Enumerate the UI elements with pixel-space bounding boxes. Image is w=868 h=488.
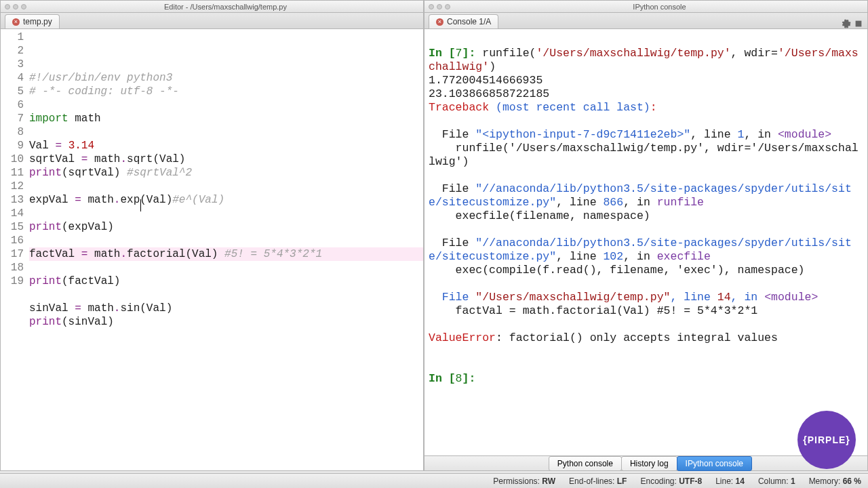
console-line: 1.772004514666935	[429, 74, 863, 87]
line-number: 15	[1, 220, 24, 234]
stop-icon[interactable]	[854, 19, 863, 28]
bottom-tab[interactable]: Python console	[549, 456, 622, 471]
window-min-icon[interactable]	[437, 4, 442, 9]
code-line[interactable]	[29, 234, 423, 247]
editor-body[interactable]: 12345678910111213141516171819 #!/usr/bin…	[1, 29, 423, 470]
line-number: 18	[1, 261, 24, 274]
console-line: 23.103866858722185	[429, 87, 863, 101]
status-line: Line: 14	[715, 476, 745, 486]
console-pane: IPython console × Console 1/A 0.14112000…	[424, 0, 868, 471]
console-bottom-tabs: Python consoleHistory logIPython console	[425, 455, 867, 470]
window-min-icon[interactable]	[13, 4, 18, 9]
code-line[interactable]	[29, 207, 423, 220]
console-tab-label: Console 1/A	[447, 17, 491, 26]
line-number: 3	[1, 58, 24, 71]
line-number: 16	[1, 234, 24, 247]
status-eol: End-of-lines: LF	[569, 476, 627, 486]
line-number: 14	[1, 207, 24, 220]
line-number: 13	[1, 193, 24, 207]
console-line: ValueError: factorial() only accepts int…	[429, 331, 863, 345]
console-line: In [7]: runfile('/Users/maxschallwig/tem…	[429, 47, 863, 74]
line-number: 9	[1, 139, 24, 152]
code-line[interactable]	[29, 261, 423, 274]
console-line	[429, 277, 863, 291]
console-line	[429, 318, 863, 331]
code-line[interactable]: print(factVal)	[29, 274, 423, 288]
line-gutter: 12345678910111213141516171819	[1, 29, 29, 470]
console-line	[429, 223, 863, 237]
status-encoding: Encoding: UTF-8	[640, 476, 702, 486]
code-line[interactable]: sqrtVal = math.sqrt(Val)	[29, 152, 423, 166]
code-line[interactable]: print(sinVal)	[29, 315, 423, 329]
code-line[interactable]: Val = 3.14	[29, 139, 423, 152]
line-number: 1	[1, 30, 24, 44]
console-line: File "//anaconda/lib/python3.5/site-pack…	[429, 182, 863, 209]
code-line[interactable]	[29, 288, 423, 302]
console-output[interactable]: 0.14112000805986722 In [7]: runfile('/Us…	[425, 29, 867, 455]
line-number: 8	[1, 125, 24, 139]
console-line	[429, 345, 863, 359]
code-line[interactable]	[29, 180, 423, 193]
console-line	[429, 169, 863, 182]
code-line[interactable]: print(sqrtVal) #sqrtVal^2	[29, 166, 423, 180]
code-line[interactable]: factVal = math.factorial(Val) #5! = 5*4*…	[29, 247, 423, 261]
code-area[interactable]: #!/usr/bin/env python3# -*- coding: utf-…	[29, 29, 423, 470]
line-number: 11	[1, 166, 24, 180]
code-line[interactable]: #!/usr/bin/env python3	[29, 71, 423, 85]
svg-rect-0	[856, 21, 862, 27]
bottom-tab[interactable]: IPython console	[677, 456, 752, 471]
line-number: 2	[1, 44, 24, 58]
console-line: Traceback (most recent call last):	[429, 101, 863, 115]
status-column: Column: 1	[758, 476, 795, 486]
bottom-tab[interactable]: History log	[621, 456, 677, 471]
line-number: 7	[1, 112, 24, 125]
line-number: 4	[1, 71, 24, 85]
code-line[interactable]: sinVal = math.sin(Val)	[29, 302, 423, 315]
pirple-badge: {PIRPLE}	[797, 411, 856, 469]
code-line[interactable]	[29, 125, 423, 139]
code-line[interactable]: import math	[29, 112, 423, 125]
line-number: 10	[1, 152, 24, 166]
console-line: exec(compile(f.read(), filename, 'exec')…	[429, 264, 863, 277]
code-line[interactable]: print(expVal)	[29, 220, 423, 234]
console-line	[429, 359, 863, 372]
console-tabbar: × Console 1/A	[425, 13, 867, 29]
editor-tabbar: × temp.py	[1, 13, 423, 29]
console-line: runfile('/Users/maxschallwig/temp.py', w…	[429, 142, 863, 169]
console-line: factVal = math.factorial(Val) #5! = 5*4*…	[429, 304, 863, 318]
console-line	[429, 33, 863, 47]
console-line: File "/Users/maxschallwig/temp.py", line…	[429, 291, 863, 304]
gear-icon[interactable]	[842, 19, 851, 28]
console-titlebar: IPython console	[425, 1, 867, 13]
window-close-icon[interactable]	[5, 4, 10, 9]
window-close-icon[interactable]	[429, 4, 434, 9]
window-max-icon[interactable]	[21, 4, 26, 9]
code-line[interactable]: # -*- coding: utf-8 -*-	[29, 85, 423, 98]
line-number: 5	[1, 85, 24, 98]
editor-pane: Editor - /Users/maxschallwig/temp.py × t…	[0, 0, 424, 471]
console-line: execfile(filename, namespace)	[429, 209, 863, 223]
line-number: 19	[1, 274, 24, 288]
console-window-title: IPython console	[456, 3, 863, 11]
console-line: In [8]:	[429, 372, 863, 386]
console-tab[interactable]: × Console 1/A	[429, 14, 498, 28]
line-number: 17	[1, 247, 24, 261]
editor-tab-label: temp.py	[23, 17, 52, 26]
status-bar: Permissions: RW End-of-lines: LF Encodin…	[0, 473, 868, 488]
status-memory: Memory: 66 %	[809, 476, 861, 486]
editor-window-title: Editor - /Users/maxschallwig/temp.py	[32, 3, 419, 11]
line-number: 12	[1, 180, 24, 193]
editor-titlebar: Editor - /Users/maxschallwig/temp.py	[1, 1, 423, 13]
code-line[interactable]	[29, 98, 423, 112]
close-icon[interactable]: ×	[12, 18, 20, 26]
line-number: 6	[1, 98, 24, 112]
code-line[interactable]: expVal = math.exp(Val)#e^(Val)	[29, 193, 423, 207]
window-max-icon[interactable]	[445, 4, 450, 9]
editor-tab[interactable]: × temp.py	[5, 14, 60, 28]
status-permissions: Permissions: RW	[493, 476, 555, 486]
console-line: File "//anaconda/lib/python3.5/site-pack…	[429, 237, 863, 264]
console-line: File "<ipython-input-7-d9c71411e2eb>", l…	[429, 128, 863, 142]
console-line	[429, 115, 863, 128]
text-cursor-icon	[140, 199, 141, 211]
close-icon[interactable]: ×	[436, 18, 443, 26]
